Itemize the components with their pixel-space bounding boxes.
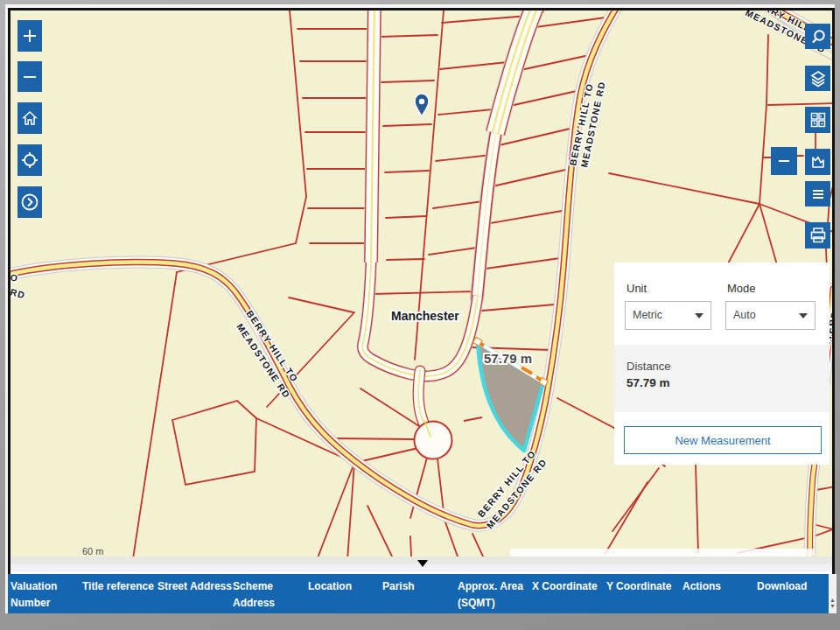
svg-text:Manchester: Manchester [391,309,459,323]
svg-text:57.79 m: 57.79 m [484,351,532,366]
svg-text:60 m: 60 m [82,546,103,556]
